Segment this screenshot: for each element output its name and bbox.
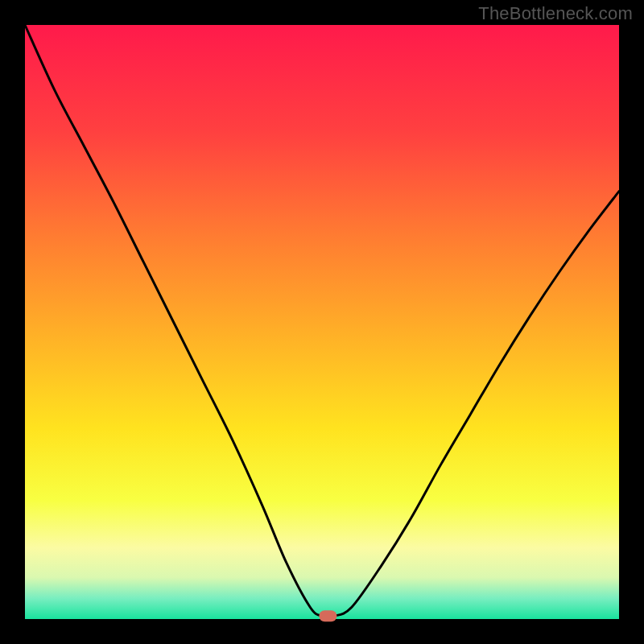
plot-background [25, 25, 619, 619]
watermark-text: TheBottleneck.com [478, 3, 633, 24]
optimal-marker [319, 610, 336, 621]
bottleneck-chart [0, 0, 644, 644]
chart-frame: TheBottleneck.com [0, 0, 644, 644]
